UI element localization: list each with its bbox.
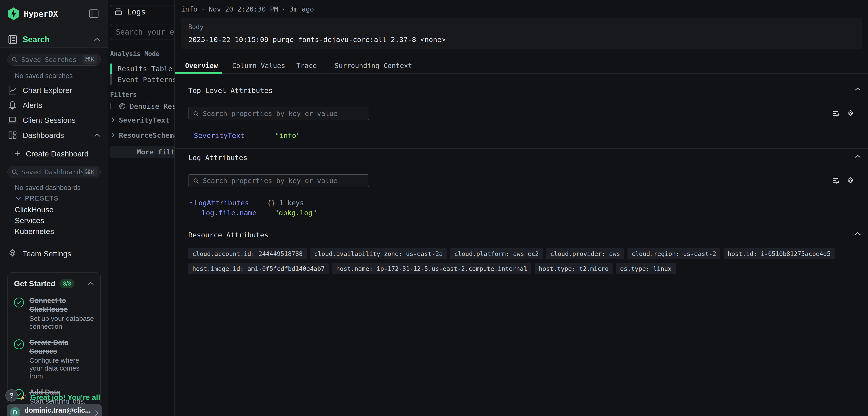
chevron-up-icon[interactable]: [854, 154, 861, 158]
search-icon: [11, 56, 18, 63]
help-button[interactable]: ?: [5, 389, 18, 402]
section-toolbar: [832, 177, 855, 185]
wrap-lines-icon[interactable]: [832, 177, 840, 185]
filter-group-resourceschemaurl[interactable]: ResourceSchemaUrl: [111, 130, 175, 140]
attribute-row[interactable]: SeverityText " info ": [194, 131, 301, 140]
resource-tag[interactable]: os.type: linux: [616, 263, 676, 274]
preset-item-clickhouse[interactable]: ClickHouse: [15, 205, 54, 214]
attribute-row[interactable]: log.file.name " dpkg.log ": [202, 208, 317, 217]
saved-searches-input[interactable]: Saved Searches ⌘K: [7, 54, 101, 65]
gear-icon[interactable]: [846, 110, 855, 118]
section-divider: [175, 224, 868, 224]
resource-tag[interactable]: host.name: ip-172-31-12-5.us-east-2.comp…: [332, 263, 531, 274]
user-menu[interactable]: D dominic.tran@clic... dominic.tran@clic…: [7, 404, 102, 416]
event-relative-time: 3m ago: [289, 5, 314, 13]
get-started-step-connect[interactable]: Connect to ClickHouse Set up your databa…: [14, 296, 94, 330]
chevron-up-icon[interactable]: [854, 232, 861, 236]
event-detail-panel: info · Nov 20 2:20:30 PM · 3m ago Body 2…: [175, 0, 868, 416]
presets-toggle[interactable]: PRESETS: [16, 195, 59, 202]
sidebar-item-client-sessions[interactable]: Client Sessions: [7, 114, 101, 126]
resource-tag[interactable]: host.id: i-0510b81275acbe4d5: [723, 248, 835, 259]
filter-group-label: ResourceSchemaUrl: [119, 131, 175, 139]
attribute-tree-root[interactable]: LogAttributes {} 1 keys: [189, 198, 304, 208]
shortcut-badge: ⌘K: [83, 55, 97, 64]
gear-icon[interactable]: [846, 177, 855, 185]
chevron-up-icon[interactable]: [94, 133, 101, 137]
check-circle-icon: [14, 298, 24, 307]
saved-dashboards-input[interactable]: Saved Dashboards ⌘K: [7, 166, 101, 178]
create-dashboard-button[interactable]: Create Dashboard: [14, 149, 89, 159]
check-circle-icon: [14, 339, 24, 349]
chevron-right-icon: [111, 117, 115, 123]
tab-surrounding-context[interactable]: Surrounding Context: [335, 61, 412, 70]
resource-tag[interactable]: host.image.id: ami-0f5fcdfbd140e4ab7: [188, 263, 329, 274]
events-search-input[interactable]: Search your events...: [110, 24, 175, 40]
resource-tag[interactable]: cloud.region: us-east-2: [627, 248, 720, 259]
search-filter-panel: Logs Search your events... Analysis Mode…: [108, 0, 175, 416]
event-header: info · Nov 20 2:20:30 PM · 3m ago: [181, 4, 314, 13]
chevron-up-icon[interactable]: [854, 87, 861, 91]
dashboards-icon: [7, 130, 18, 140]
denoise-icon: [119, 103, 126, 110]
get-started-step-sources[interactable]: Create Data Sources Configure where your…: [14, 338, 94, 380]
attribute-root-key: LogAttributes: [194, 199, 249, 207]
sidebar: HyperDX: [0, 0, 108, 416]
resource-tag[interactable]: cloud.availability_zone: us-east-2a: [310, 248, 447, 259]
sidebar-item-team-settings[interactable]: Team Settings: [7, 248, 71, 259]
chevron-right-icon: [94, 410, 98, 416]
triangle-down-icon[interactable]: [189, 202, 193, 204]
tab-column-values[interactable]: Column Values: [232, 61, 285, 70]
open-quote: ": [275, 209, 279, 217]
attribute-root-meta: {} 1 keys: [267, 199, 304, 207]
wrap-lines-icon[interactable]: [832, 110, 840, 118]
chevron-up-icon[interactable]: [87, 281, 94, 286]
open-quote: ": [275, 131, 279, 140]
filter-group-severitytext[interactable]: SeverityText: [111, 115, 169, 125]
active-indicator: [110, 63, 112, 74]
tab-overview[interactable]: Overview: [185, 61, 218, 70]
create-dashboard-label: Create Dashboard: [26, 149, 89, 158]
top-level-search-input[interactable]: Search properties by key or value: [188, 107, 369, 120]
resource-tag[interactable]: host.type: t2.micro: [535, 263, 613, 274]
denoise-label: Denoise Results: [130, 102, 175, 110]
sidebar-item-chart-explorer[interactable]: Chart Explorer: [7, 85, 101, 96]
chevron-up-icon[interactable]: [94, 37, 101, 41]
active-tab-indicator: [175, 72, 222, 74]
section-divider: [175, 289, 868, 289]
sidebar-collapse-icon[interactable]: [89, 9, 99, 18]
app-title: HyperDX: [24, 9, 58, 19]
sidebar-item-dashboards[interactable]: Dashboards: [7, 129, 101, 141]
analysis-mode-event-patterns[interactable]: Event Patterns: [110, 75, 175, 85]
no-saved-searches-note: No saved searches: [15, 72, 73, 80]
resource-tag[interactable]: cloud.provider: aws: [546, 248, 624, 259]
bell-icon: [7, 100, 18, 110]
sidebar-item-label: Alerts: [23, 101, 42, 110]
user-name: dominic.tran@clic...: [24, 406, 94, 414]
log-attrs-search-input[interactable]: Search properties by key or value: [188, 174, 369, 187]
section-title-resource-attributes: Resource Attributes: [188, 231, 269, 239]
denoise-results-filter[interactable]: Denoise Results: [110, 102, 175, 111]
gear-icon: [7, 249, 18, 259]
filter-group-label: SeverityText: [119, 116, 169, 124]
presets-label: PRESETS: [25, 195, 59, 202]
sidebar-item-label: Search: [23, 35, 50, 44]
resource-tag[interactable]: cloud.platform: aws_ec2: [450, 248, 543, 259]
analysis-mode-results-table[interactable]: Results Table: [110, 63, 175, 74]
sidebar-item-alerts[interactable]: Alerts: [7, 99, 101, 111]
sidebar-item-search[interactable]: Search: [7, 34, 101, 45]
plus-icon: [14, 151, 20, 157]
shortcut-badge: ⌘K: [83, 168, 97, 176]
more-filters-button[interactable]: More filters: [110, 146, 175, 158]
section-toolbar: [832, 110, 855, 118]
app-logo[interactable]: HyperDX: [7, 7, 58, 20]
resource-tag[interactable]: cloud.account.id: 244449518788: [188, 248, 307, 259]
dot-separator: ·: [282, 5, 286, 13]
resource-tags: cloud.account.id: 244449518788 cloud.ava…: [188, 248, 857, 274]
source-select-button[interactable]: Logs: [110, 5, 175, 18]
congrats-message: Great job! You're all: [19, 392, 100, 403]
hyperdx-app: HyperDX: [0, 0, 868, 416]
tab-trace[interactable]: Trace: [296, 61, 317, 70]
preset-item-services[interactable]: Services: [15, 216, 44, 225]
preset-item-kubernetes[interactable]: Kubernetes: [15, 227, 54, 236]
denoise-checkbox[interactable]: [110, 103, 111, 110]
